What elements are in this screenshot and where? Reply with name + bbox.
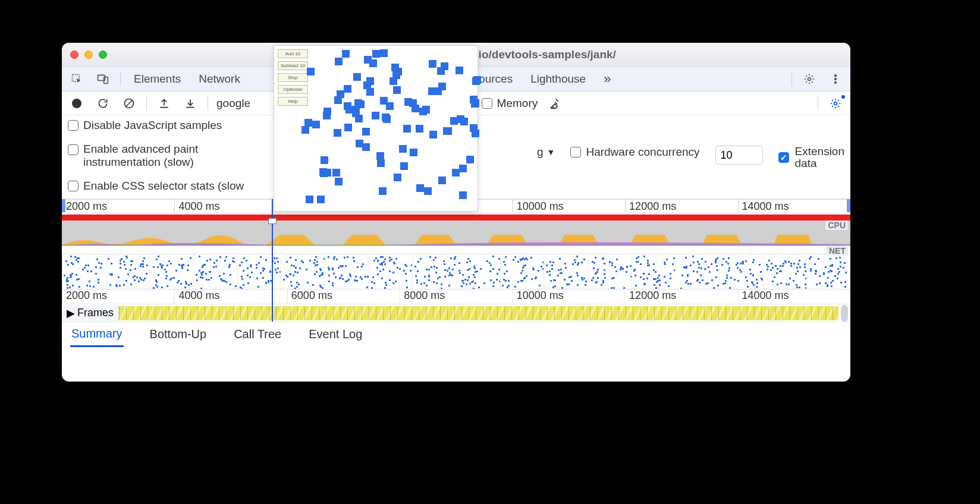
svg-point-8 (834, 102, 837, 105)
checkbox-icon (68, 120, 78, 131)
capture-settings: Disable JavaScript samples Enable advanc… (62, 115, 850, 199)
record-button[interactable] (68, 94, 86, 112)
memory-checkbox[interactable]: Memory (482, 97, 538, 110)
filmstrip-thumb[interactable] (806, 254, 850, 289)
hardware-concurrency-label: Hardware concurrency (586, 146, 699, 159)
svg-point-3 (808, 77, 811, 80)
filmstrip-thumb[interactable] (456, 254, 500, 289)
css-selector-stats-checkbox[interactable]: Enable CSS selector stats (slow (68, 179, 244, 193)
window-zoom-button[interactable] (99, 51, 107, 59)
host-label: google (216, 97, 250, 110)
filmstrip-thumb[interactable] (544, 254, 588, 289)
extension-data-label: Extensiondata (795, 146, 844, 169)
flamechart-ruler[interactable]: 2000 ms 4000 ms 6000 ms 8000 ms 10000 ms… (62, 289, 850, 304)
advanced-paint-label: Enable advanced paintinstrumentation (sl… (83, 143, 198, 169)
device-toolbar-icon[interactable] (94, 70, 112, 88)
filmstrip-thumb[interactable] (149, 254, 193, 289)
filmstrip-thumb[interactable] (763, 254, 807, 289)
hardware-concurrency-input[interactable] (715, 146, 763, 165)
tab-bottom-up[interactable]: Bottom-Up (149, 323, 208, 346)
ruler-tick: 12000 ms (625, 200, 737, 212)
window-controls (70, 51, 107, 59)
tab-elements[interactable]: Elements (129, 70, 186, 88)
tab-lighthouse[interactable]: Lighthouse (526, 70, 590, 88)
checkbox-icon (570, 147, 581, 158)
checkbox-icon (68, 144, 78, 155)
window-close-button[interactable] (70, 51, 78, 59)
net-lane-label: NET (827, 246, 848, 256)
frames-bar[interactable] (119, 306, 838, 320)
disable-js-samples-checkbox[interactable]: Disable JavaScript samples (68, 119, 244, 132)
tab-summary[interactable]: Summary (70, 322, 124, 347)
fps-band (62, 212, 850, 220)
ruler-tick: 12000 ms (625, 289, 737, 304)
preview-btn: Stop (278, 73, 308, 82)
timeline-overview[interactable]: 2000 ms 4000 ms 00 ms 10000 ms 12000 ms … (62, 199, 850, 322)
preview-btn: Optimize (278, 85, 308, 94)
separator (146, 96, 147, 111)
ruler-tick: 10000 ms (513, 289, 625, 304)
filmstrip-thumb[interactable] (632, 254, 676, 289)
filmstrip-thumb[interactable] (675, 254, 719, 289)
memory-label: Memory (497, 97, 538, 110)
tab-network[interactable]: Network (194, 70, 245, 88)
filmstrip-thumb[interactable] (281, 254, 325, 289)
svg-point-5 (835, 78, 837, 80)
overview-right-handle[interactable] (847, 199, 850, 212)
separator (791, 72, 792, 86)
detail-tabs: Summary Bottom-Up Call Tree Event Log (62, 322, 850, 346)
g-fragment: g (537, 146, 544, 159)
filmstrip[interactable] (62, 254, 850, 289)
advanced-paint-checkbox[interactable]: Enable advanced paintinstrumentation (sl… (68, 143, 244, 169)
disable-js-label: Disable JavaScript samples (83, 119, 222, 132)
ruler-tick: 8000 ms (400, 289, 512, 304)
download-profile-button[interactable] (181, 94, 199, 112)
separator (120, 72, 121, 86)
preview-btn: Subtract 10 (278, 61, 308, 70)
reload-record-button[interactable] (94, 94, 112, 112)
tab-overflow[interactable]: » (599, 69, 615, 89)
ruler-tick: 2000 ms (62, 289, 174, 304)
ruler-tick: 2000 ms (62, 200, 174, 212)
settings-gear-icon[interactable] (800, 70, 818, 88)
kebab-menu-icon[interactable] (827, 70, 844, 88)
filmstrip-thumb[interactable] (193, 254, 237, 289)
checkbox-icon (482, 98, 492, 109)
overview-left-handle[interactable] (62, 199, 65, 212)
filmstrip-thumb[interactable] (325, 254, 369, 289)
upload-profile-button[interactable] (155, 94, 173, 112)
collect-garbage-button[interactable] (546, 94, 564, 112)
ruler-tick: 14000 ms (738, 289, 850, 304)
frames-track[interactable]: ▶ Frames (62, 304, 850, 322)
extension-data-checkbox[interactable] (778, 152, 789, 163)
hardware-concurrency-checkbox[interactable]: Hardware concurrency (570, 146, 699, 159)
capture-settings-gear-icon[interactable] (827, 94, 844, 112)
css-selector-stats-label: Enable CSS selector stats (slow (83, 179, 244, 193)
net-band: NET (62, 245, 850, 254)
playhead[interactable] (272, 199, 273, 322)
ruler-tick: 4000 ms (174, 200, 287, 212)
filmstrip-thumb[interactable] (500, 254, 544, 289)
clear-button[interactable] (120, 94, 138, 112)
dropdown-caret-icon[interactable]: ▼ (547, 147, 555, 157)
triangle-right-icon: ▶ (67, 307, 75, 320)
filmstrip-thumb[interactable] (237, 254, 281, 289)
filmstrip-thumb[interactable] (62, 254, 106, 289)
tab-call-tree[interactable]: Call Tree (233, 323, 282, 346)
filmstrip-thumb[interactable] (719, 254, 763, 289)
filmstrip-thumb[interactable] (588, 254, 632, 289)
tab-event-log[interactable]: Event Log (307, 323, 363, 346)
inspect-icon[interactable] (68, 70, 86, 88)
filmstrip-thumb[interactable] (369, 254, 413, 289)
filmstrip-thumb[interactable] (106, 254, 150, 289)
ruler-tick: 10000 ms (513, 200, 625, 212)
svg-point-6 (835, 81, 837, 83)
preview-btn: Add 10 (278, 49, 308, 58)
ruler-tick: 4000 ms (174, 289, 287, 304)
cpu-lane-label: CPU (825, 220, 848, 230)
filmstrip-thumb[interactable] (412, 254, 456, 289)
ruler-tick: 14000 ms (738, 200, 850, 212)
vertical-scroll-grip[interactable] (841, 305, 848, 322)
window-minimize-button[interactable] (84, 51, 93, 59)
frames-expand[interactable]: ▶ Frames (62, 305, 119, 321)
